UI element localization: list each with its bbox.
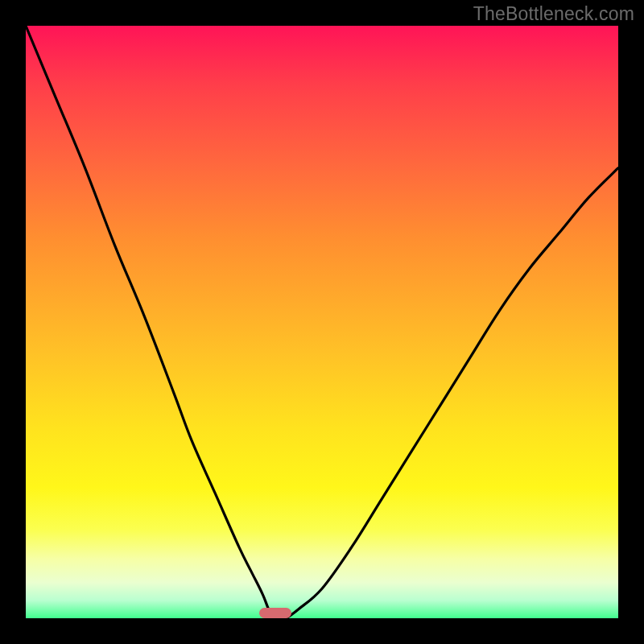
curve-right-branch: [287, 168, 618, 618]
optimal-marker: [259, 608, 291, 618]
curve-left-branch: [26, 26, 275, 618]
watermark-text: TheBottleneck.com: [473, 3, 634, 25]
chart-frame: TheBottleneck.com: [0, 0, 644, 644]
plot-area: [26, 26, 618, 618]
bottleneck-curve: [26, 26, 618, 618]
